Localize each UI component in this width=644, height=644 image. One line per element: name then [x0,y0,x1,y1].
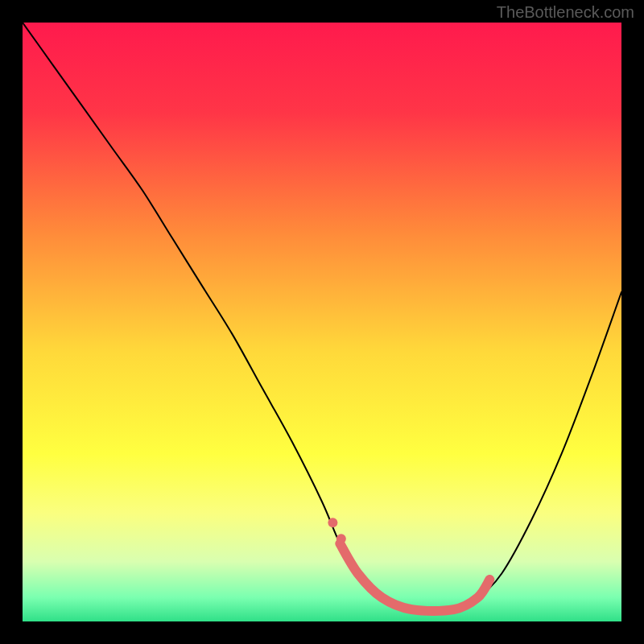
chart-plot-area [23,23,621,621]
chart-curves [23,23,621,621]
svg-point-2 [336,534,346,543]
watermark-text: TheBottleneck.com [497,3,634,22]
highlight-segment [328,518,489,611]
svg-point-1 [328,518,337,527]
bottleneck-curve [23,23,621,611]
